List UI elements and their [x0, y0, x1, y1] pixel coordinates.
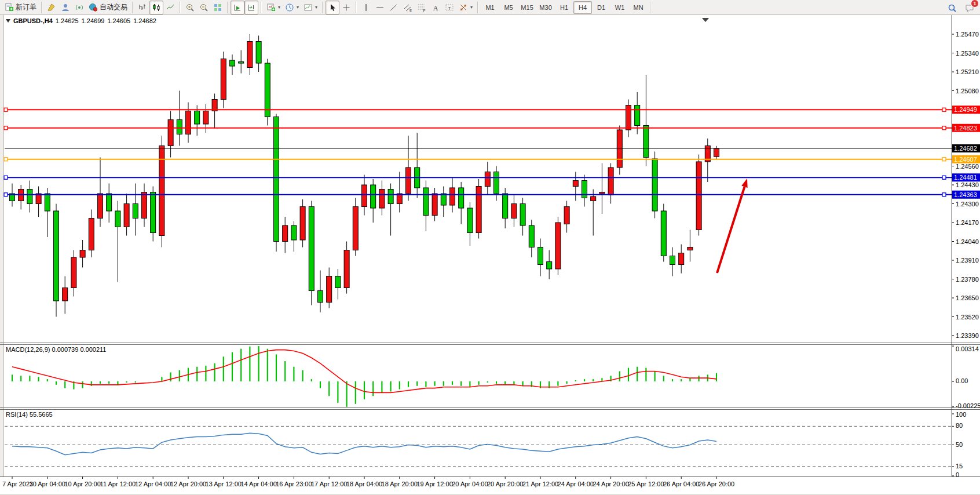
caret-down-icon[interactable]: ▾ [278, 5, 280, 10]
line-chart-button[interactable] [163, 1, 177, 14]
cursor-button[interactable] [326, 1, 339, 14]
horizontal-line-button[interactable] [373, 1, 387, 14]
hline-support-2-handle[interactable] [942, 193, 946, 196]
arrows-button[interactable]: ▾ [456, 1, 475, 14]
notification-badge: 1 [971, 0, 979, 8]
hline-pivot-handle[interactable] [942, 158, 946, 161]
channel-button[interactable]: E [401, 1, 415, 14]
chart-symbol-dropdown[interactable]: GBPUSD-,H4 1.24625 1.24699 1.24605 1.246… [6, 17, 156, 24]
chevron-down-icon[interactable] [6, 19, 10, 23]
crosshair-button[interactable] [339, 1, 353, 14]
shift-icon [247, 3, 256, 12]
svg-text:21 Apr 12:00: 21 Apr 12:00 [522, 481, 558, 487]
caret-down-icon[interactable]: ▾ [297, 5, 299, 10]
auto-scroll-button[interactable] [231, 1, 244, 14]
chart-window[interactable]: 1.249491.248231.246821.246071.244811.243… [0, 15, 980, 495]
hline-icon [375, 3, 385, 12]
vertical-line-button[interactable] [359, 1, 373, 14]
candle [643, 126, 649, 158]
candle [635, 105, 640, 126]
candle [529, 225, 534, 248]
candle [459, 188, 464, 208]
candle [353, 207, 358, 250]
hline-resistance-1-handle[interactable] [4, 108, 8, 111]
timeframe-w1-button[interactable]: W1 [610, 1, 629, 14]
bar-chart-button[interactable] [136, 1, 149, 14]
cursor-icon [328, 3, 337, 12]
svg-text:20 Apr 04:00: 20 Apr 04:00 [452, 481, 488, 487]
zoomin-icon [185, 3, 195, 12]
candle [441, 194, 446, 205]
candle [564, 207, 569, 224]
caret-down-icon[interactable]: ▾ [315, 5, 317, 10]
autotrading-button[interactable]: 自动交易 [86, 1, 130, 14]
text-button[interactable]: A [429, 1, 443, 14]
candle [177, 120, 182, 134]
svg-text:100: 100 [956, 411, 966, 418]
svg-text:F: F [423, 8, 426, 12]
candle [124, 204, 129, 227]
candle [688, 248, 693, 250]
svg-text:1.23650: 1.23650 [956, 294, 979, 301]
text-label-button[interactable]: T [443, 1, 456, 14]
candle [626, 105, 631, 130]
hline-resistance-2-handle[interactable] [942, 126, 946, 130]
candlestick-chart-button[interactable] [149, 1, 163, 14]
candle [63, 288, 68, 301]
timeframe-m30-button[interactable]: M30 [536, 1, 555, 14]
svg-text:1.24300: 1.24300 [956, 201, 979, 208]
profile-button[interactable] [58, 1, 72, 14]
hline-support-1-handle[interactable] [942, 176, 946, 179]
candle [547, 262, 552, 270]
signals-icon [75, 3, 84, 12]
trendline-button[interactable] [387, 1, 401, 14]
candle [450, 188, 455, 205]
timeframe-h4-button[interactable]: H4 [573, 1, 592, 14]
indicators-button[interactable]: ▾ [264, 1, 283, 14]
chart-shift-button[interactable] [244, 1, 258, 14]
new-order-button[interactable]: 新订单 [2, 1, 39, 14]
chart-canvas[interactable]: 1.249491.248231.246821.246071.244811.243… [0, 15, 980, 495]
candle [45, 194, 50, 211]
fibo-icon: F [417, 3, 426, 12]
svg-text:18 Apr 20:00: 18 Apr 20:00 [382, 481, 418, 487]
zoom-in-button[interactable] [183, 1, 197, 14]
svg-text:1.23780: 1.23780 [956, 276, 979, 283]
hline-resistance-1-handle[interactable] [942, 108, 946, 111]
timeframe-m15-button[interactable]: M15 [518, 1, 536, 14]
periods-button[interactable]: ▾ [283, 1, 301, 14]
svg-text:17 Apr 12:00: 17 Apr 12:00 [311, 481, 347, 487]
signals-button[interactable] [72, 1, 86, 14]
candle [582, 181, 587, 198]
timeframe-m1-button[interactable]: M1 [481, 1, 499, 14]
hline-support-1-handle[interactable] [4, 176, 8, 179]
candles-icon [152, 3, 161, 12]
candle [652, 159, 657, 211]
timeframe-d1-button[interactable]: D1 [592, 1, 610, 14]
caret-down-icon[interactable]: ▾ [470, 5, 473, 10]
timeframe-h1-button[interactable]: H1 [555, 1, 573, 14]
svg-text:1.23520: 1.23520 [956, 314, 979, 321]
templates-button[interactable]: ▾ [301, 1, 320, 14]
chart-low-value: 1.24605 [107, 17, 130, 24]
candle [503, 194, 508, 219]
svg-text:0: 0 [956, 471, 959, 478]
svg-text:0.00: 0.00 [956, 377, 968, 384]
timeframe-m5-button[interactable]: M5 [499, 1, 518, 14]
search-icon [948, 3, 957, 13]
hline-pivot-handle[interactable] [4, 158, 8, 161]
candle [151, 192, 156, 233]
metaeditor-button[interactable] [45, 1, 58, 14]
timeframe-mn-button[interactable]: MN [629, 1, 648, 14]
candle [71, 257, 76, 288]
svg-text:1.24682: 1.24682 [954, 145, 977, 152]
hline-resistance-2-handle[interactable] [4, 126, 8, 130]
search-button[interactable] [945, 1, 959, 15]
notifications-button[interactable]: 1 [963, 1, 977, 15]
svg-text:1.24607: 1.24607 [954, 156, 977, 163]
tile-windows-button[interactable] [211, 1, 225, 14]
candle [168, 120, 173, 146]
hline-support-2-handle[interactable] [4, 193, 8, 196]
zoom-out-button[interactable] [197, 1, 211, 14]
fibonacci-button[interactable]: F [415, 1, 429, 14]
